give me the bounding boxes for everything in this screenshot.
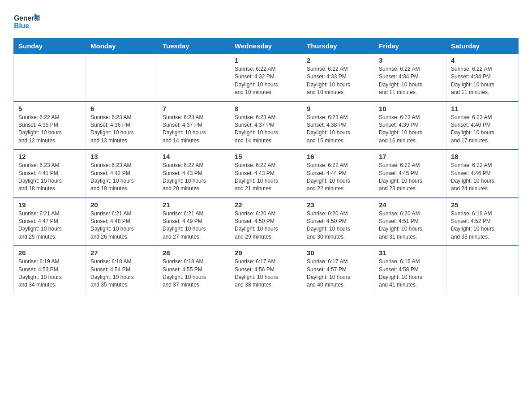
day-cell: 3Sunrise: 6:22 AMSunset: 4:34 PMDaylight… [374,54,446,102]
day-info: Sunrise: 6:22 AMSunset: 4:44 PMDaylight:… [307,162,369,193]
day-cell: 15Sunrise: 6:22 AMSunset: 4:43 PMDayligh… [230,150,302,198]
day-number: 27 [90,249,153,257]
day-cell: 28Sunrise: 6:18 AMSunset: 4:55 PMDayligh… [158,246,230,294]
header-cell-sunday: Sunday [14,39,86,54]
header-row: SundayMondayTuesdayWednesdayThursdayFrid… [14,39,519,54]
day-number: 14 [163,153,225,160]
day-number: 1 [235,56,297,64]
day-number: 30 [307,249,369,257]
day-info: Sunrise: 6:21 AMSunset: 4:47 PMDaylight:… [18,210,81,241]
day-number: 18 [451,153,514,160]
day-info: Sunrise: 6:22 AMSunset: 4:43 PMDaylight:… [235,162,297,193]
day-number: 6 [90,105,153,112]
day-cell [446,246,519,294]
day-info: Sunrise: 6:23 AMSunset: 4:42 PMDaylight:… [90,162,153,193]
day-cell: 19Sunrise: 6:21 AMSunset: 4:47 PMDayligh… [14,198,86,246]
day-info: Sunrise: 6:23 AMSunset: 4:38 PMDaylight:… [307,114,369,145]
day-cell: 23Sunrise: 6:20 AMSunset: 4:50 PMDayligh… [302,198,374,246]
day-info: Sunrise: 6:23 AMSunset: 4:36 PMDaylight:… [90,114,153,145]
day-cell: 10Sunrise: 6:23 AMSunset: 4:39 PMDayligh… [374,102,446,150]
day-number: 26 [18,249,81,257]
day-info: Sunrise: 6:23 AMSunset: 4:41 PMDaylight:… [18,162,81,193]
day-number: 11 [451,105,514,112]
day-info: Sunrise: 6:20 AMSunset: 4:50 PMDaylight:… [235,210,297,241]
day-number: 17 [379,153,442,160]
day-cell: 13Sunrise: 6:23 AMSunset: 4:42 PMDayligh… [86,150,158,198]
day-number: 22 [235,201,297,209]
calendar-header: SundayMondayTuesdayWednesdayThursdayFrid… [14,39,519,54]
day-number: 20 [90,201,153,209]
day-number: 12 [18,153,81,160]
day-number: 23 [307,201,369,209]
day-info: Sunrise: 6:20 AMSunset: 4:50 PMDaylight:… [307,210,369,241]
day-info: Sunrise: 6:23 AMSunset: 4:37 PMDaylight:… [235,114,297,145]
day-cell: 21Sunrise: 6:21 AMSunset: 4:49 PMDayligh… [158,198,230,246]
day-info: Sunrise: 6:22 AMSunset: 4:46 PMDaylight:… [451,162,514,193]
day-info: Sunrise: 6:23 AMSunset: 4:39 PMDaylight:… [379,114,442,145]
day-number: 25 [451,201,514,209]
day-info: Sunrise: 6:22 AMSunset: 4:45 PMDaylight:… [379,162,442,193]
day-cell: 27Sunrise: 6:18 AMSunset: 4:54 PMDayligh… [86,246,158,294]
day-cell [14,54,86,102]
day-number: 19 [18,201,81,209]
day-info: Sunrise: 6:19 AMSunset: 4:53 PMDaylight:… [18,258,81,289]
header-cell-friday: Friday [374,39,446,54]
day-number: 9 [307,105,369,112]
day-info: Sunrise: 6:20 AMSunset: 4:51 PMDaylight:… [379,210,442,241]
day-cell: 31Sunrise: 6:16 AMSunset: 4:58 PMDayligh… [374,246,446,294]
day-cell: 2Sunrise: 6:22 AMSunset: 4:33 PMDaylight… [302,54,374,102]
day-number: 4 [451,56,514,64]
svg-text:Blue: Blue [14,22,29,30]
header-cell-saturday: Saturday [446,39,519,54]
day-number: 13 [90,153,153,160]
week-row-4: 19Sunrise: 6:21 AMSunset: 4:47 PMDayligh… [14,198,519,246]
day-number: 21 [163,201,225,209]
day-info: Sunrise: 6:16 AMSunset: 4:58 PMDaylight:… [379,258,442,289]
day-info: Sunrise: 6:19 AMSunset: 4:52 PMDaylight:… [451,210,514,241]
day-cell: 14Sunrise: 6:22 AMSunset: 4:43 PMDayligh… [158,150,230,198]
day-number: 8 [235,105,297,112]
day-cell: 18Sunrise: 6:22 AMSunset: 4:46 PMDayligh… [446,150,519,198]
day-cell: 12Sunrise: 6:23 AMSunset: 4:41 PMDayligh… [14,150,86,198]
day-cell: 1Sunrise: 6:22 AMSunset: 4:32 PMDaylight… [230,54,302,102]
day-info: Sunrise: 6:22 AMSunset: 4:34 PMDaylight:… [451,65,514,97]
day-info: Sunrise: 6:22 AMSunset: 4:43 PMDaylight:… [163,162,225,193]
day-info: Sunrise: 6:22 AMSunset: 4:32 PMDaylight:… [235,65,297,97]
day-cell [86,54,158,102]
day-info: Sunrise: 6:22 AMSunset: 4:34 PMDaylight:… [379,65,442,97]
logo-area: General Blue [13,9,40,34]
day-cell: 26Sunrise: 6:19 AMSunset: 4:53 PMDayligh… [14,246,86,294]
day-number: 15 [235,153,297,160]
day-number: 3 [379,56,442,64]
day-cell: 5Sunrise: 6:22 AMSunset: 4:35 PMDaylight… [14,102,86,150]
general-blue-logo: General Blue [13,9,40,34]
day-cell: 8Sunrise: 6:23 AMSunset: 4:37 PMDaylight… [230,102,302,150]
week-row-3: 12Sunrise: 6:23 AMSunset: 4:41 PMDayligh… [14,150,519,198]
day-info: Sunrise: 6:23 AMSunset: 4:40 PMDaylight:… [451,114,514,145]
page-header: General Blue [13,9,519,34]
day-cell: 7Sunrise: 6:23 AMSunset: 4:37 PMDaylight… [158,102,230,150]
week-row-2: 5Sunrise: 6:22 AMSunset: 4:35 PMDaylight… [14,102,519,150]
day-cell: 24Sunrise: 6:20 AMSunset: 4:51 PMDayligh… [374,198,446,246]
day-cell: 22Sunrise: 6:20 AMSunset: 4:50 PMDayligh… [230,198,302,246]
week-row-5: 26Sunrise: 6:19 AMSunset: 4:53 PMDayligh… [14,246,519,294]
day-cell: 11Sunrise: 6:23 AMSunset: 4:40 PMDayligh… [446,102,519,150]
day-cell: 9Sunrise: 6:23 AMSunset: 4:38 PMDaylight… [302,102,374,150]
day-number: 5 [18,105,81,112]
day-info: Sunrise: 6:21 AMSunset: 4:49 PMDaylight:… [163,210,225,241]
day-cell: 25Sunrise: 6:19 AMSunset: 4:52 PMDayligh… [446,198,519,246]
header-cell-monday: Monday [86,39,158,54]
day-number: 16 [307,153,369,160]
day-number: 24 [379,201,442,209]
day-number: 7 [163,105,225,112]
day-cell: 6Sunrise: 6:23 AMSunset: 4:36 PMDaylight… [86,102,158,150]
day-cell: 4Sunrise: 6:22 AMSunset: 4:34 PMDaylight… [446,54,519,102]
day-number: 29 [235,249,297,257]
header-cell-wednesday: Wednesday [230,39,302,54]
day-info: Sunrise: 6:22 AMSunset: 4:33 PMDaylight:… [307,65,369,97]
day-number: 10 [379,105,442,112]
day-info: Sunrise: 6:17 AMSunset: 4:57 PMDaylight:… [307,258,369,289]
day-info: Sunrise: 6:21 AMSunset: 4:48 PMDaylight:… [90,210,153,241]
day-cell [158,54,230,102]
day-info: Sunrise: 6:18 AMSunset: 4:54 PMDaylight:… [90,258,153,289]
